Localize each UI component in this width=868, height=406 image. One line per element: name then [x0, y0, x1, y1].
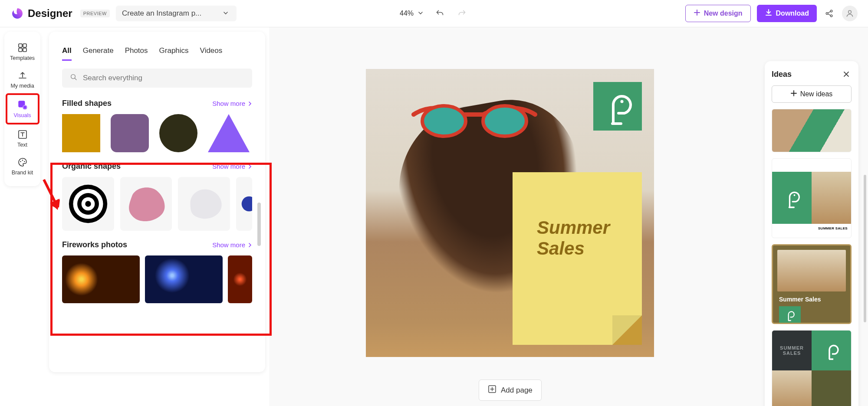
- organic-shapes-header: Organic shapes Show more: [62, 162, 252, 171]
- shape-triangle[interactable]: [208, 114, 250, 152]
- organic-shape-gray-blob[interactable]: [178, 177, 230, 231]
- shape-circle[interactable]: [159, 114, 197, 152]
- rail-brand-kit-label: Brand kit: [12, 170, 33, 176]
- tab-all[interactable]: All: [62, 46, 72, 61]
- organic-shape-pink-blob[interactable]: [120, 177, 172, 231]
- doc-type-label: Create an Instagram p...: [122, 9, 201, 18]
- doc-type-select[interactable]: Create an Instagram p...: [116, 6, 237, 21]
- upload-icon: [17, 70, 28, 81]
- search-icon: [70, 73, 78, 83]
- rail-brand-kit[interactable]: Brand kit: [6, 152, 39, 180]
- fireworks-photo-2[interactable]: [145, 255, 223, 303]
- top-header: Designer PREVIEW Create an Instagram p..…: [0, 0, 868, 27]
- organic-shapes-title: Organic shapes: [62, 162, 121, 171]
- idea2-caption: SUMMER SALES: [772, 224, 851, 230]
- new-design-button[interactable]: New design: [685, 5, 751, 22]
- idea-card-3[interactable]: Summer Sales: [772, 244, 852, 324]
- tab-generate[interactable]: Generate: [83, 46, 114, 61]
- artboard[interactable]: Summer Sales: [366, 69, 654, 357]
- canvas-bird-logo[interactable]: [593, 82, 642, 131]
- left-rail: Templates My media Visuals Text: [0, 27, 45, 406]
- svg-point-21: [241, 196, 252, 211]
- ideas-title: Ideas: [772, 70, 792, 79]
- organic-shape-blue-partial[interactable]: [236, 177, 252, 231]
- visuals-panel: All Generate Photos Graphics Videos Fill…: [49, 32, 265, 372]
- chevron-down-icon: [418, 10, 423, 17]
- filled-shapes-row: [62, 114, 252, 152]
- ideas-close-button[interactable]: [841, 69, 852, 79]
- search-box[interactable]: [62, 69, 252, 88]
- tab-videos[interactable]: Videos: [200, 46, 223, 61]
- sticky-line2: Sales: [537, 238, 610, 259]
- new-design-label: New design: [704, 10, 743, 17]
- shape-square[interactable]: [62, 114, 100, 152]
- idea-card-4[interactable]: SUMMER SALES: [772, 330, 852, 406]
- rail-my-media[interactable]: My media: [6, 65, 39, 93]
- rail-card: Templates My media Visuals Text: [4, 32, 40, 186]
- tab-graphics[interactable]: Graphics: [159, 46, 189, 61]
- svg-rect-10: [23, 106, 26, 109]
- rail-templates[interactable]: Templates: [6, 38, 39, 65]
- header-right: New design Download: [685, 5, 858, 22]
- panel-scrollbar[interactable]: [257, 203, 261, 246]
- page-scrollbar[interactable]: [864, 175, 866, 322]
- zoom-history-group: 44%: [400, 7, 468, 20]
- shape-rounded-square[interactable]: [111, 114, 149, 152]
- fireworks-photo-3[interactable]: [228, 255, 252, 303]
- filled-shapes-header: Filled shapes Show more: [62, 99, 252, 108]
- filled-shapes-show-more[interactable]: Show more: [212, 100, 252, 107]
- add-page-button[interactable]: Add page: [479, 380, 542, 401]
- plus-icon: [694, 9, 700, 18]
- add-page-label: Add page: [501, 386, 533, 395]
- svg-rect-6: [19, 48, 22, 52]
- show-more-label: Show more: [212, 163, 245, 170]
- rail-templates-label: Templates: [10, 55, 35, 61]
- plus-square-icon: [488, 385, 496, 396]
- plus-icon: [791, 90, 797, 98]
- fireworks-photo-1[interactable]: [62, 255, 140, 303]
- rail-my-media-label: My media: [10, 83, 34, 89]
- idea3-caption: Summer Sales: [773, 296, 850, 306]
- organic-shapes-show-more[interactable]: Show more: [212, 163, 252, 170]
- idea-card-1[interactable]: [772, 109, 852, 152]
- logo-area: Designer PREVIEW: [10, 7, 110, 20]
- rail-visuals[interactable]: Visuals: [6, 93, 39, 124]
- chevron-right-icon: [248, 100, 252, 107]
- fireworks-row: [62, 255, 252, 303]
- tab-photos[interactable]: Photos: [125, 46, 148, 61]
- download-icon: [765, 9, 773, 18]
- new-ideas-button[interactable]: New ideas: [772, 85, 852, 103]
- idea4-line1: SUMMER: [780, 345, 804, 350]
- download-button[interactable]: Download: [757, 5, 817, 22]
- profile-avatar[interactable]: [842, 6, 858, 21]
- chevron-right-icon: [248, 241, 252, 249]
- zoom-select[interactable]: 44%: [400, 10, 423, 17]
- brand-name: Designer: [28, 7, 72, 20]
- visuals-icon: [17, 99, 28, 111]
- show-more-label: Show more: [212, 241, 245, 249]
- canvas-sticky-note[interactable]: Summer Sales: [513, 172, 642, 345]
- fireworks-show-more[interactable]: Show more: [212, 241, 252, 249]
- ideas-header: Ideas: [772, 69, 852, 79]
- redo-button[interactable]: [456, 7, 468, 20]
- new-ideas-label: New ideas: [800, 90, 833, 98]
- svg-point-23: [422, 106, 466, 136]
- fireworks-title: Fireworks photos: [62, 240, 127, 249]
- main-area: Templates My media Visuals Text: [0, 27, 868, 406]
- organic-shape-target[interactable]: [62, 177, 114, 231]
- sticky-text: Summer Sales: [537, 217, 610, 259]
- chevron-right-icon: [248, 163, 252, 170]
- svg-point-13: [22, 160, 23, 160]
- rail-text[interactable]: Text: [6, 124, 39, 152]
- svg-rect-5: [23, 44, 26, 47]
- organic-shapes-row: [62, 177, 252, 231]
- undo-button[interactable]: [434, 7, 446, 20]
- ideas-panel: Ideas New ideas SUMMER SALES Summer Sale…: [765, 61, 858, 406]
- download-label: Download: [776, 10, 809, 17]
- idea-card-2[interactable]: SUMMER SALES: [772, 158, 852, 238]
- share-button[interactable]: [823, 7, 836, 20]
- search-input[interactable]: [83, 74, 244, 82]
- svg-rect-4: [19, 44, 22, 47]
- zoom-value: 44%: [400, 10, 414, 17]
- sticky-fold-shadow: [612, 315, 642, 345]
